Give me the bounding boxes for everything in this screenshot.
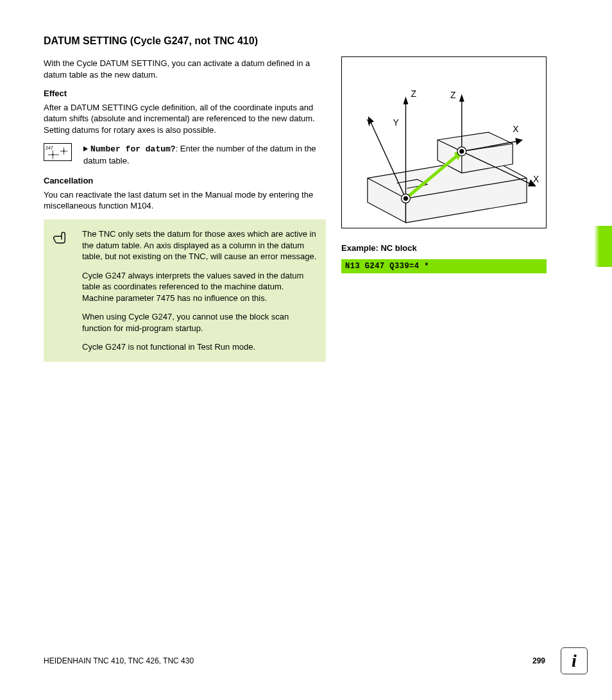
cancellation-text: You can reactivate the last datum set in… (44, 189, 326, 212)
nc-code-block: N13 G247 Q339=4 * (341, 259, 547, 273)
cancellation-title: Cancellation (44, 175, 326, 187)
svg-marker-16 (515, 138, 523, 145)
cycle-icon (44, 143, 72, 161)
svg-point-5 (63, 151, 64, 152)
effect-text: After a DATUM SETTING cycle definition, … (44, 102, 326, 136)
triangle-icon (83, 146, 88, 151)
axis-x1: X (513, 124, 518, 134)
page-heading: DATUM SETTING (Cycle G247, not TNC 410) (44, 35, 326, 47)
axis-y1: Y (366, 117, 372, 128)
param-text: Number for datum?: Enter the number of t… (83, 143, 326, 166)
note-p3: When using Cycle G247, you cannot use th… (82, 311, 317, 334)
svg-point-24 (460, 149, 464, 153)
axis-z2: Z (450, 90, 456, 100)
svg-marker-14 (459, 94, 464, 102)
svg-point-4 (52, 154, 53, 155)
info-icon: i (561, 647, 588, 674)
param-label: Number for datum? (90, 144, 176, 154)
svg-marker-9 (403, 97, 408, 105)
axis-y2: Y (393, 117, 399, 128)
footer-left: HEIDENHAIN TNC 410, TNC 426, TNC 430 (44, 656, 194, 666)
section-tab: 8.9 Coordinate Transformation Cycles (608, 26, 612, 327)
example-label: Example: NC block (341, 243, 547, 254)
hand-icon (53, 228, 72, 353)
effect-title: Effect (44, 88, 326, 99)
page-number: 299 (532, 656, 545, 666)
note-box: The TNC only sets the datum for those ax… (44, 219, 326, 362)
note-p2: Cycle G247 always interprets the values … (82, 270, 317, 304)
svg-point-22 (404, 196, 407, 200)
note-p4: Cycle G247 is not functional in Test Run… (82, 341, 317, 353)
intro-text: With the Cycle DATUM SETTING, you can ac… (44, 58, 326, 80)
datum-diagram: Z Z Y Y X X (341, 56, 547, 228)
axis-x2: X (533, 174, 539, 184)
axis-z1: Z (411, 89, 416, 99)
note-p1: The TNC only sets the datum for those ax… (82, 228, 317, 262)
